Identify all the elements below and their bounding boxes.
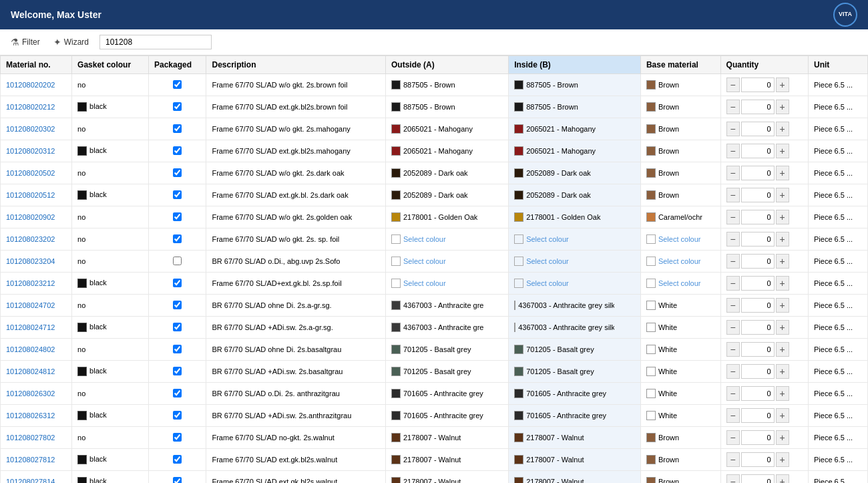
quantity-increase-button[interactable]: + — [776, 100, 789, 114]
quantity-decrease-button[interactable]: − — [726, 100, 740, 114]
material-link[interactable]: 101208020902 — [6, 213, 55, 221]
packaged-checkbox[interactable] — [173, 345, 182, 353]
inside-cell[interactable]: Select colour — [509, 273, 641, 295]
inside-cell[interactable]: Select colour — [509, 251, 641, 273]
packaged-checkbox[interactable] — [173, 80, 182, 89]
quantity-decrease-button[interactable]: − — [726, 320, 740, 335]
quantity-input[interactable] — [741, 122, 775, 136]
quantity-decrease-button[interactable]: − — [726, 188, 740, 202]
material-link[interactable]: 101208024702 — [6, 301, 55, 309]
quantity-input[interactable] — [741, 364, 775, 379]
material-link[interactable]: 101208024812 — [6, 367, 55, 375]
quantity-decrease-button[interactable]: − — [726, 144, 740, 158]
material-link[interactable]: 101208020302 — [6, 125, 55, 133]
packaged-checkbox[interactable] — [173, 234, 182, 243]
quantity-increase-button[interactable]: + — [776, 342, 789, 357]
base-select-text[interactable]: Select colour — [658, 279, 701, 287]
packaged-checkbox[interactable] — [173, 102, 182, 111]
quantity-decrease-button[interactable]: − — [726, 364, 740, 379]
material-link[interactable]: 101208027812 — [6, 456, 55, 464]
quantity-decrease-button[interactable]: − — [726, 342, 740, 357]
quantity-increase-button[interactable]: + — [776, 166, 789, 180]
quantity-increase-button[interactable]: + — [776, 122, 789, 136]
material-link[interactable]: 101208023212 — [6, 279, 55, 287]
quantity-increase-button[interactable]: + — [776, 430, 789, 445]
packaged-checkbox[interactable] — [173, 279, 182, 287]
quantity-decrease-button[interactable]: − — [726, 408, 740, 423]
quantity-input[interactable] — [741, 320, 775, 335]
packaged-checkbox[interactable] — [173, 455, 182, 464]
quantity-decrease-button[interactable]: − — [726, 210, 740, 224]
inside-select-text[interactable]: Select colour — [526, 279, 569, 287]
quantity-decrease-button[interactable]: − — [726, 276, 740, 291]
quantity-increase-button[interactable]: + — [776, 77, 789, 92]
search-input[interactable] — [99, 35, 212, 49]
packaged-checkbox[interactable] — [173, 257, 182, 265]
inside-select-text[interactable]: Select colour — [526, 257, 569, 265]
outside-select-text[interactable]: Select colour — [403, 257, 446, 265]
quantity-input[interactable] — [741, 232, 775, 247]
packaged-checkbox[interactable] — [173, 146, 182, 155]
quantity-increase-button[interactable]: + — [776, 210, 789, 224]
quantity-decrease-button[interactable]: − — [726, 298, 740, 313]
quantity-increase-button[interactable]: + — [776, 452, 789, 467]
material-link[interactable]: 101208027802 — [6, 434, 55, 442]
quantity-decrease-button[interactable]: − — [726, 474, 740, 483]
quantity-decrease-button[interactable]: − — [726, 122, 740, 136]
outside-select-text[interactable]: Select colour — [403, 235, 446, 243]
packaged-checkbox[interactable] — [173, 477, 182, 484]
quantity-increase-button[interactable]: + — [776, 320, 789, 335]
quantity-decrease-button[interactable]: − — [726, 386, 740, 401]
packaged-checkbox[interactable] — [173, 433, 182, 442]
material-link[interactable]: 101208020312 — [6, 147, 55, 155]
quantity-input[interactable] — [741, 188, 775, 202]
quantity-input[interactable] — [741, 210, 775, 224]
quantity-increase-button[interactable]: + — [776, 474, 789, 483]
quantity-decrease-button[interactable]: − — [726, 166, 740, 180]
quantity-increase-button[interactable]: + — [776, 298, 789, 313]
quantity-input[interactable] — [741, 298, 775, 313]
outside-cell[interactable]: Select colour — [386, 228, 509, 251]
quantity-input[interactable] — [741, 276, 775, 291]
packaged-checkbox[interactable] — [173, 190, 182, 199]
packaged-checkbox[interactable] — [173, 367, 182, 375]
packaged-checkbox[interactable] — [173, 301, 182, 309]
inside-select-text[interactable]: Select colour — [526, 235, 569, 243]
material-link[interactable]: 101208020512 — [6, 191, 55, 199]
material-link[interactable]: 101208024712 — [6, 323, 55, 331]
quantity-decrease-button[interactable]: − — [726, 232, 740, 247]
quantity-increase-button[interactable]: + — [776, 276, 789, 291]
quantity-increase-button[interactable]: + — [776, 364, 789, 379]
material-link[interactable]: 101208024802 — [6, 345, 55, 353]
material-link[interactable]: 101208026312 — [6, 412, 55, 420]
quantity-input[interactable] — [741, 408, 775, 423]
quantity-input[interactable] — [741, 342, 775, 357]
packaged-checkbox[interactable] — [173, 168, 182, 177]
material-link[interactable]: 101208027814 — [6, 478, 55, 483]
quantity-input[interactable] — [741, 166, 775, 180]
quantity-increase-button[interactable]: + — [776, 386, 789, 401]
packaged-checkbox[interactable] — [173, 124, 182, 133]
material-link[interactable]: 101208026302 — [6, 389, 55, 397]
quantity-increase-button[interactable]: + — [776, 408, 789, 423]
quantity-input[interactable] — [741, 430, 775, 445]
quantity-input[interactable] — [741, 100, 775, 114]
packaged-checkbox[interactable] — [173, 389, 182, 397]
quantity-increase-button[interactable]: + — [776, 144, 789, 158]
material-link[interactable]: 101208020202 — [6, 81, 55, 89]
wizard-button[interactable]: ✦ Wizard — [51, 35, 91, 49]
base-material-cell[interactable]: Select colour — [640, 251, 720, 273]
packaged-checkbox[interactable] — [173, 212, 182, 221]
quantity-input[interactable] — [741, 254, 775, 269]
inside-cell[interactable]: Select colour — [509, 228, 641, 251]
outside-cell[interactable]: Select colour — [386, 251, 509, 273]
quantity-input[interactable] — [741, 77, 775, 92]
base-select-text[interactable]: Select colour — [658, 257, 701, 265]
outside-select-text[interactable]: Select colour — [403, 279, 446, 287]
quantity-decrease-button[interactable]: − — [726, 430, 740, 445]
quantity-input[interactable] — [741, 474, 775, 483]
material-link[interactable]: 101208023202 — [6, 235, 55, 243]
quantity-decrease-button[interactable]: − — [726, 77, 740, 92]
quantity-input[interactable] — [741, 452, 775, 467]
quantity-increase-button[interactable]: + — [776, 232, 789, 247]
